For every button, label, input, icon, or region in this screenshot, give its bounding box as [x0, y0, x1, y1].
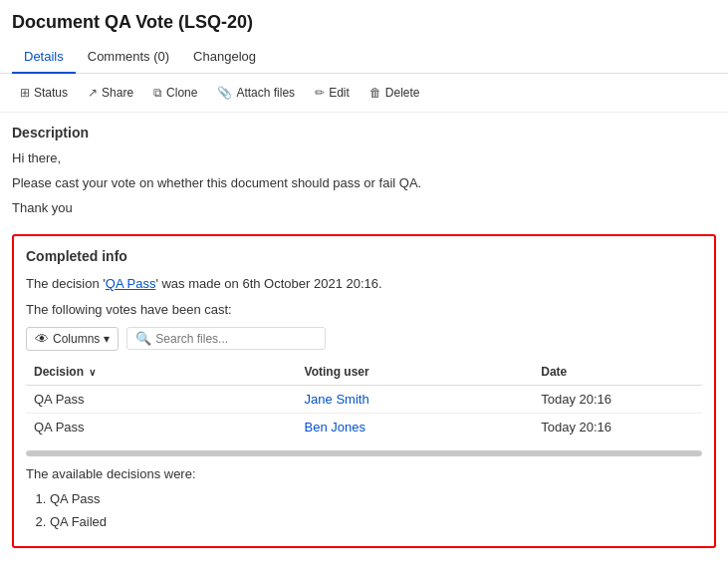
- decision-statement: The decision 'QA Pass' was made on 6th O…: [26, 274, 702, 294]
- tabs-container: Details Comments (0) Changelog: [0, 41, 728, 74]
- decision-link[interactable]: QA Pass: [106, 276, 156, 291]
- decision-item-1: QA Failed: [50, 510, 702, 533]
- tab-changelog[interactable]: Changelog: [181, 41, 268, 74]
- page-title: Document QA Vote (LSQ-20): [12, 12, 716, 33]
- completed-info-title: Completed info: [26, 248, 702, 264]
- main-content: Description Hi there, Please cast your v…: [0, 113, 728, 560]
- description-title: Description: [12, 125, 716, 141]
- table-header-row: Decision ∨ Voting user Date: [26, 359, 702, 386]
- delete-button[interactable]: 🗑 Delete: [362, 82, 428, 104]
- description-line2: Please cast your vote on whether this do…: [12, 173, 716, 194]
- attach-icon: 📎: [217, 86, 232, 100]
- status-icon: ⊞: [20, 86, 30, 100]
- edit-button[interactable]: ✏ Edit: [307, 82, 358, 104]
- description-body: Hi there, Please cast your vote on wheth…: [12, 148, 716, 218]
- completed-info-box: Completed info The decision 'QA Pass' wa…: [12, 234, 716, 547]
- table-row: QA Pass Ben Jones Today 20:16: [26, 413, 702, 440]
- decisions-list: QA PassQA Failed: [50, 487, 702, 534]
- search-files-container: 🔍: [126, 327, 326, 350]
- clone-button[interactable]: ⧉ Clone: [145, 82, 205, 104]
- cell-decision-1: QA Pass: [26, 413, 297, 440]
- votes-label: The following votes have been cast:: [26, 302, 702, 317]
- decision-item-0: QA Pass: [50, 487, 702, 510]
- available-decisions: The available decisions were: QA PassQA …: [26, 466, 702, 534]
- edit-icon: ✏: [315, 86, 325, 100]
- table-controls: 👁 Columns ▾ 🔍: [26, 327, 702, 351]
- attach-files-button[interactable]: 📎 Attach files: [209, 82, 303, 104]
- toolbar: ⊞ Status ↗ Share ⧉ Clone 📎 Attach files …: [0, 74, 728, 113]
- cell-decision-0: QA Pass: [26, 385, 297, 413]
- cell-user-1[interactable]: Ben Jones: [297, 413, 534, 440]
- tab-comments[interactable]: Comments (0): [76, 41, 181, 74]
- cell-user-0[interactable]: Jane Smith: [297, 385, 534, 413]
- table-row: QA Pass Jane Smith Today 20:16: [26, 385, 702, 413]
- user-link-0[interactable]: Jane Smith: [305, 392, 369, 407]
- col-header-voting-user: Voting user: [297, 359, 534, 386]
- chevron-down-icon: ▾: [104, 332, 110, 346]
- clone-icon: ⧉: [153, 86, 162, 100]
- search-icon: 🔍: [135, 331, 151, 346]
- cell-date-0: Today 20:16: [533, 385, 702, 413]
- cell-date-1: Today 20:16: [533, 413, 702, 440]
- available-decisions-title: The available decisions were:: [26, 466, 702, 481]
- share-button[interactable]: ↗ Share: [80, 82, 141, 104]
- votes-table: Decision ∨ Voting user Date QA Pass Jane…: [26, 359, 702, 440]
- status-button[interactable]: ⊞ Status: [12, 82, 76, 104]
- delete-icon: 🗑: [369, 86, 381, 100]
- scrollbar-thumb: [26, 450, 702, 456]
- share-icon: ↗: [88, 86, 98, 100]
- eye-icon: 👁: [35, 331, 49, 347]
- search-files-input[interactable]: [155, 332, 317, 346]
- horizontal-scrollbar[interactable]: [26, 450, 702, 456]
- col-header-decision[interactable]: Decision ∨: [26, 359, 297, 386]
- decision-text-pre: The decision ': [26, 276, 106, 291]
- columns-button[interactable]: 👁 Columns ▾: [26, 327, 119, 351]
- decision-text-post: ' was made on 6th October 2021 20:16.: [155, 276, 381, 291]
- sort-icon: ∨: [89, 367, 96, 378]
- description-section: Description Hi there, Please cast your v…: [12, 125, 716, 218]
- description-line3: Thank you: [12, 198, 716, 219]
- user-link-1[interactable]: Ben Jones: [305, 420, 365, 435]
- col-header-date: Date: [533, 359, 702, 386]
- tab-details[interactable]: Details: [12, 41, 76, 74]
- description-line1: Hi there,: [12, 148, 716, 169]
